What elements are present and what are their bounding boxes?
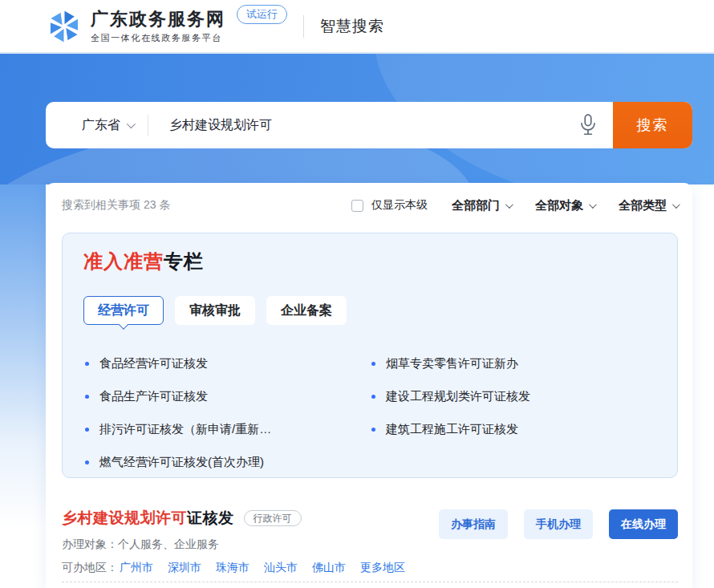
service-item-label: 建设工程规划类许可证核发	[386, 389, 530, 404]
bullet-dot	[371, 395, 375, 399]
region-select-value: 广东省	[82, 117, 120, 134]
brand-text: 广东政务服务网 全国一体化在线政务服务平台	[91, 9, 225, 44]
only-local-checkbox[interactable]	[351, 200, 363, 212]
target-audience-line: 办理对象： 个人服务、企业服务	[62, 537, 678, 553]
search-button[interactable]: 搜索	[613, 102, 692, 148]
target-audience-label: 办理对象：	[62, 537, 118, 552]
service-item-label: 排污许可证核发（新申请/重新…	[99, 422, 271, 437]
chevron-down-icon	[127, 120, 136, 128]
region-link-shantou[interactable]: 汕头市	[264, 561, 298, 575]
department-filter-label: 全部部门	[452, 198, 500, 213]
service-item-label: 食品生产许可证核发	[99, 389, 208, 404]
tab-review-approval[interactable]: 审核审批	[175, 296, 255, 325]
site-header: 广东政务服务网 全国一体化在线政务服务平台 试运行 智慧搜索	[0, 0, 714, 54]
microphone-icon[interactable]	[578, 113, 598, 137]
service-item-label: 建筑工程施工许可证核发	[386, 422, 518, 437]
result-title-rest: 证核发	[187, 509, 234, 526]
filter-controls: 仅显示本级 全部部门 全部对象 全部类型	[351, 198, 678, 213]
bullet-dot	[85, 460, 89, 464]
type-filter-label: 全部类型	[619, 198, 667, 213]
card-title: 准入准营专栏	[83, 248, 656, 275]
special-topic-card: 准入准营专栏 经营许可 审核审批 企业备案 食品经营许可证核发 食品生产许可证核…	[62, 233, 678, 478]
available-regions-line: 可办地区： 广州市 深圳市 珠海市 汕头市 佛山市 更多地区	[62, 560, 678, 576]
chevron-down-icon	[672, 201, 680, 209]
search-bar: 广东省 搜索	[46, 102, 692, 148]
service-item[interactable]: 建筑工程施工许可证核发	[370, 413, 656, 446]
service-item[interactable]: 排污许可证核发（新申请/重新…	[83, 413, 370, 446]
bullet-dot	[371, 362, 375, 366]
service-item-columns: 食品经营许可证核发 食品生产许可证核发 排污许可证核发（新申请/重新… 燃气经营…	[83, 347, 656, 479]
site-name: 广东政务服务网	[91, 9, 225, 30]
bullet-dot	[85, 428, 89, 432]
only-local-label: 仅显示本级	[371, 198, 428, 213]
site-subtitle: 全国一体化在线政务服务平台	[91, 32, 225, 44]
page-title: 智慧搜索	[320, 16, 384, 37]
audience-filter-label: 全部对象	[535, 198, 583, 213]
service-item[interactable]: 食品经营许可证核发	[83, 347, 370, 380]
tab-enterprise-filing[interactable]: 企业备案	[266, 296, 347, 325]
online-handle-button[interactable]: 在线办理	[609, 509, 678, 539]
audience-filter-dropdown[interactable]: 全部对象	[535, 198, 594, 213]
trial-badge: 试运行	[237, 5, 287, 24]
chevron-down-icon	[505, 201, 513, 209]
bullet-dot	[85, 395, 89, 399]
region-link-guangzhou[interactable]: 广州市	[120, 561, 153, 575]
result-title-link[interactable]: 乡村建设规划许可证核发	[62, 508, 234, 529]
service-item[interactable]: 建设工程规划类许可证核发	[370, 380, 656, 413]
region-link-shenzhen[interactable]: 深圳市	[168, 561, 201, 575]
target-audience-value: 个人服务、企业服务	[118, 537, 219, 552]
only-local-checkbox-group[interactable]: 仅显示本级	[351, 198, 428, 213]
page: 广东政务服务网 全国一体化在线政务服务平台 试运行 智慧搜索 广东省 搜索 搜索…	[0, 0, 714, 588]
service-item-label: 燃气经营许可证核发(首次办理)	[99, 455, 264, 470]
result-title-highlight: 乡村建设规划许可	[62, 509, 187, 526]
type-filter-dropdown[interactable]: 全部类型	[619, 198, 678, 213]
result-type-badge: 行政许可	[244, 510, 302, 526]
service-item[interactable]: 食品生产许可证核发	[83, 380, 370, 413]
results-panel: 搜索到相关事项 23 条 仅显示本级 全部部门 全部对象 全部类型	[46, 183, 692, 588]
dashed-divider	[62, 582, 678, 582]
card-tabs: 经营许可 审核审批 企业备案	[83, 296, 656, 325]
region-link-foshan[interactable]: 佛山市	[312, 561, 346, 575]
service-item-column-right: 烟草专卖零售许可证新办 建设工程规划类许可证核发 建筑工程施工许可证核发	[370, 347, 656, 479]
pinwheel-logo-icon	[46, 8, 83, 45]
bullet-dot	[371, 428, 375, 432]
tab-business-license[interactable]: 经营许可	[83, 296, 164, 325]
region-link-zhuhai[interactable]: 珠海市	[216, 561, 249, 575]
header-divider	[303, 15, 304, 38]
background-gradient-decoration	[0, 185, 46, 529]
service-item[interactable]: 燃气经营许可证核发(首次办理)	[83, 446, 370, 479]
service-item-label: 食品经营许可证核发	[99, 356, 208, 371]
card-title-highlight: 准入准营	[83, 250, 164, 272]
card-title-rest: 专栏	[164, 250, 204, 272]
search-result-item: 乡村建设规划许可证核发 行政许可 办理对象： 个人服务、企业服务 可办地区： 广…	[62, 507, 678, 576]
region-link-more[interactable]: 更多地区	[360, 561, 405, 575]
filter-row: 搜索到相关事项 23 条 仅显示本级 全部部门 全部对象 全部类型	[62, 196, 678, 215]
service-item-label: 烟草专卖零售许可证新办	[386, 356, 518, 371]
search-input[interactable]	[148, 102, 578, 148]
result-action-buttons: 办事指南 手机办理 在线办理	[439, 509, 678, 539]
available-regions-label: 可办地区：	[62, 561, 118, 575]
region-links: 广州市 深圳市 珠海市 汕头市 佛山市 更多地区	[120, 561, 405, 575]
mobile-handle-button[interactable]: 手机办理	[524, 509, 593, 539]
result-count: 搜索到相关事项 23 条	[62, 198, 170, 213]
chevron-down-icon	[589, 201, 597, 209]
department-filter-dropdown[interactable]: 全部部门	[452, 198, 511, 213]
guide-button[interactable]: 办事指南	[439, 509, 508, 539]
bullet-dot	[85, 362, 89, 366]
service-item-column-left: 食品经营许可证核发 食品生产许可证核发 排污许可证核发（新申请/重新… 燃气经营…	[83, 347, 370, 479]
service-item[interactable]: 烟草专卖零售许可证新办	[370, 347, 656, 380]
region-select[interactable]: 广东省	[46, 102, 148, 148]
